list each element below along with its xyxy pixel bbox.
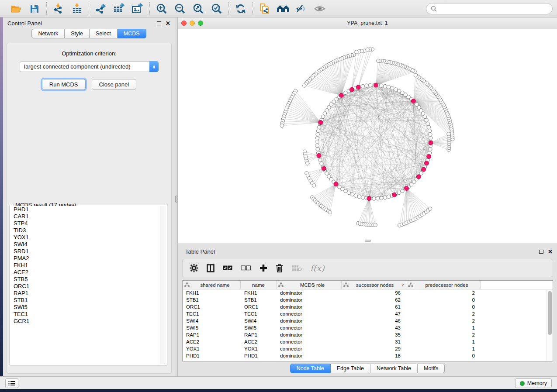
leaf-node[interactable]	[414, 73, 417, 77]
ring-node[interactable]	[350, 193, 354, 196]
table-cell[interactable]: ACE2	[241, 338, 277, 345]
tab-network[interactable]: Network	[31, 29, 65, 38]
search-input[interactable]	[439, 5, 548, 12]
table-cell[interactable]: 61	[342, 303, 406, 310]
tab-style[interactable]: Style	[65, 29, 90, 38]
table-cell[interactable]: 0	[406, 296, 481, 303]
ring-node[interactable]	[426, 122, 429, 125]
table-cell[interactable]: RAP1	[183, 331, 241, 338]
table-cell[interactable]: 1	[406, 345, 481, 352]
dominator-node[interactable]	[318, 120, 323, 125]
delete-table-button[interactable]	[291, 265, 302, 272]
ring-node[interactable]	[425, 118, 428, 122]
leaf-node[interactable]	[366, 48, 369, 51]
ring-node[interactable]	[321, 115, 325, 118]
result-list-scrollbar[interactable]	[160, 206, 166, 364]
vertical-splitter[interactable]	[175, 17, 178, 376]
canvas-scrollbar-grip[interactable]	[365, 240, 371, 242]
ring-node[interactable]	[394, 88, 398, 91]
table-cell[interactable]: YOX1	[241, 345, 277, 352]
table-cell[interactable]: 0	[406, 352, 481, 359]
tab-edge-table[interactable]: Edge Table	[331, 364, 370, 373]
table-row[interactable]: PHD1PHD1dominator180	[183, 352, 553, 359]
network-canvas[interactable]	[178, 29, 557, 243]
table-cell[interactable]: SWI5	[183, 324, 241, 331]
float-panel-button[interactable]	[157, 20, 161, 27]
ring-node[interactable]	[354, 194, 357, 197]
table-cell[interactable]: connector	[277, 324, 342, 331]
dominator-node[interactable]	[367, 196, 371, 201]
tab-motifs[interactable]: Motifs	[418, 364, 445, 373]
float-table-panel-button[interactable]	[539, 248, 543, 255]
table-cell[interactable]: 35	[342, 331, 406, 338]
table-cell[interactable]: YOX1	[183, 345, 241, 352]
column-header-name[interactable]: name	[241, 281, 277, 289]
table-settings-button[interactable]	[190, 264, 198, 272]
table-row[interactable]: ORC1ORC1dominator610	[183, 303, 553, 310]
ring-node[interactable]	[380, 196, 383, 200]
leaf-node[interactable]	[312, 184, 315, 187]
ring-node[interactable]	[347, 191, 350, 194]
table-cell[interactable]: SWI5	[241, 324, 277, 331]
zoom-out-button[interactable]	[173, 2, 187, 15]
table-cell[interactable]: dominator	[277, 317, 342, 324]
table-row[interactable]: SWI5SWI5connector431	[183, 324, 553, 331]
table-cell[interactable]: connector	[277, 310, 342, 317]
table-cell[interactable]: 18	[342, 352, 406, 359]
dominator-node[interactable]	[322, 166, 326, 171]
dominator-node[interactable]	[405, 186, 409, 191]
window-zoom-button[interactable]	[198, 21, 203, 26]
ring-node[interactable]	[383, 196, 387, 199]
table-cell[interactable]: 2	[406, 317, 481, 324]
table-cell[interactable]: dominator	[277, 296, 342, 303]
result-item[interactable]: PMA2	[11, 255, 159, 262]
ring-node[interactable]	[320, 162, 323, 165]
table-cell[interactable]: 62	[342, 296, 406, 303]
run-mcds-button[interactable]: Run MCDS	[42, 79, 86, 90]
close-panel-button-mcds[interactable]: Close panel	[92, 79, 137, 90]
table-cell[interactable]: STB1	[241, 296, 277, 303]
ring-node[interactable]	[316, 129, 320, 132]
splitter-grip[interactable]	[175, 196, 177, 203]
leaf-node[interactable]	[377, 59, 380, 62]
export-network-button[interactable]	[94, 2, 107, 15]
leaf-node[interactable]	[447, 132, 450, 136]
table-cell[interactable]: ORC1	[241, 303, 277, 310]
export-table-button[interactable]	[113, 2, 126, 15]
table-cell[interactable]: 46	[342, 317, 406, 324]
window-close-button[interactable]	[181, 21, 187, 26]
table-cell[interactable]: SWI4	[183, 317, 241, 324]
result-item[interactable]: ORC1	[11, 283, 159, 290]
ring-node[interactable]	[383, 84, 387, 88]
table-cell[interactable]: STB1	[183, 296, 241, 303]
horizontal-splitter[interactable]	[178, 243, 557, 246]
ring-node[interactable]	[391, 86, 394, 90]
task-history-button[interactable]	[5, 378, 18, 388]
result-item[interactable]: SWI4	[11, 241, 159, 248]
zoom-fit-button[interactable]	[192, 2, 205, 15]
dominator-node[interactable]	[339, 93, 343, 98]
table-cell[interactable]: PHD1	[241, 352, 277, 359]
leaf-node[interactable]	[303, 84, 306, 87]
optimization-criterion-select[interactable]: largest connected component (undirected)…	[20, 61, 159, 72]
ring-node[interactable]	[357, 195, 361, 198]
ring-node[interactable]	[429, 133, 432, 136]
ring-node[interactable]	[427, 125, 430, 129]
open-file-button[interactable]	[10, 2, 23, 15]
close-table-panel-button[interactable]: ✕	[548, 248, 553, 255]
delete-columns-button[interactable]	[276, 264, 283, 272]
table-scrollbar-thumb[interactable]	[548, 291, 552, 335]
dominator-node[interactable]	[356, 85, 360, 89]
column-header-MCDS-role[interactable]: MCDS role	[277, 281, 342, 289]
ring-node[interactable]	[315, 140, 319, 144]
dominator-node[interactable]	[427, 155, 431, 159]
table-row[interactable]: SWI4SWI4dominator462	[183, 317, 553, 324]
first-neighbors-button[interactable]	[277, 2, 290, 15]
dominator-node[interactable]	[425, 161, 429, 165]
dominator-node[interactable]	[374, 83, 378, 87]
leaf-node[interactable]	[374, 223, 377, 227]
table-scrollbar[interactable]	[547, 290, 552, 361]
table-cell[interactable]: TEC1	[241, 310, 277, 317]
dominator-node[interactable]	[416, 175, 421, 179]
dominator-node[interactable]	[429, 141, 433, 145]
